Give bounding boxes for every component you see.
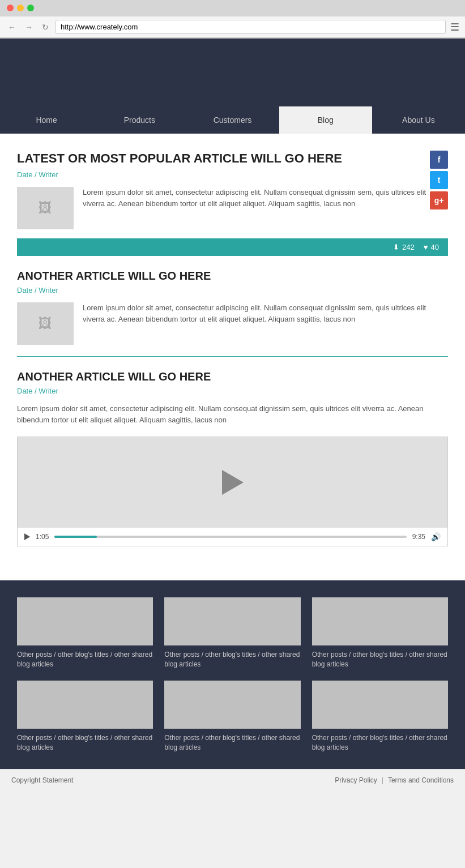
back-button[interactable]: ← (6, 22, 18, 33)
post-thumb-6 (312, 681, 448, 729)
article-2-text: Lorem ipsum dolor sit amet, consectetur … (83, 302, 448, 345)
nav-item-customers[interactable]: Customers (186, 106, 279, 134)
article-3-title: ANOTHER ARTICLE WILL GO HERE (17, 370, 448, 383)
video-progress-fill (54, 536, 97, 538)
twitter-button[interactable]: t (430, 171, 448, 189)
volume-icon[interactable]: 🔊 (431, 532, 441, 541)
video-total-time: 9:35 (412, 533, 425, 541)
address-bar[interactable] (56, 20, 446, 34)
window-minimize-dot[interactable] (17, 5, 24, 11)
like-count: 40 (431, 243, 439, 251)
download-icon: ⬇ (393, 243, 399, 251)
stats-bar: ⬇ 242 ♥ 40 (17, 238, 448, 256)
facebook-button[interactable]: f (430, 151, 448, 169)
like-stat: ♥ 40 (424, 243, 439, 251)
article-1-meta[interactable]: Date / Writer (17, 170, 448, 179)
article-3: ANOTHER ARTICLE WILL GO HERE Date / Writ… (17, 357, 448, 558)
footer-links: Privacy Policy | Terms and Conditions (335, 776, 454, 784)
nav-item-about[interactable]: About Us (372, 106, 465, 134)
main-content: f t g+ LATEST OR MOST POPULAR ARTICLE WI… (0, 134, 465, 580)
post-thumb-3 (312, 597, 448, 645)
forward-button[interactable]: → (23, 22, 35, 33)
navigation-bar: Home Products Customers Blog About Us (0, 106, 465, 134)
image-placeholder-icon-2: 🖼 (39, 315, 52, 331)
posts-grid: Other posts / other blog's titles / othe… (17, 597, 448, 752)
post-item-6[interactable]: Other posts / other blog's titles / othe… (312, 681, 448, 752)
post-thumb-4 (17, 681, 153, 729)
post-item-4[interactable]: Other posts / other blog's titles / othe… (17, 681, 153, 752)
browser-titlebar (0, 0, 465, 16)
article-1-body: 🖼 Lorem ipsum dolor sit amet, consectetu… (17, 187, 448, 229)
video-current-time: 1:05 (36, 533, 49, 541)
article-2-title: ANOTHER ARTICLE WILL GO HERE (17, 270, 448, 283)
post-item-2[interactable]: Other posts / other blog's titles / othe… (164, 597, 300, 669)
article-1-image: 🖼 (17, 187, 74, 229)
article-2-image: 🖼 (17, 302, 74, 345)
footer-posts: Other posts / other blog's titles / othe… (0, 580, 465, 769)
video-controls: 1:05 9:35 🔊 (18, 528, 447, 546)
post-item-5[interactable]: Other posts / other blog's titles / othe… (164, 681, 300, 752)
post-label-1: Other posts / other blog's titles / othe… (17, 650, 153, 669)
browser-toolbar: ← → ↻ ☰ (0, 16, 465, 38)
video-screen[interactable] (18, 437, 447, 528)
social-sidebar: f t g+ (430, 151, 448, 209)
copyright-text: Copyright Statement (11, 776, 73, 784)
refresh-button[interactable]: ↻ (40, 22, 51, 33)
article-3-meta[interactable]: Date / Writer (17, 387, 448, 395)
like-icon: ♥ (424, 243, 428, 251)
article-1-title: LATEST OR MOST POPULAR ARTICLE WILL GO H… (17, 151, 448, 167)
post-thumb-2 (164, 597, 300, 645)
hero-banner (0, 39, 465, 106)
nav-item-home[interactable]: Home (0, 106, 93, 134)
image-placeholder-icon: 🖼 (39, 200, 52, 216)
post-label-4: Other posts / other blog's titles / othe… (17, 733, 153, 752)
article-1-text: Lorem ipsum dolor sit amet, consectetur … (83, 187, 448, 229)
post-item-3[interactable]: Other posts / other blog's titles / othe… (312, 597, 448, 669)
video-progress-bar[interactable] (54, 536, 406, 538)
nav-item-products[interactable]: Products (93, 106, 186, 134)
article-3-text: Lorem ipsum dolor sit amet, consectetur … (17, 403, 448, 427)
article-2-meta[interactable]: Date / Writer (17, 286, 448, 294)
nav-item-blog[interactable]: Blog (279, 106, 372, 134)
post-label-5: Other posts / other blog's titles / othe… (164, 733, 300, 752)
window-maximize-dot[interactable] (27, 5, 34, 11)
video-play-button-small[interactable] (24, 533, 30, 540)
article-2: ANOTHER ARTICLE WILL GO HERE Date / Writ… (17, 256, 448, 357)
browser-menu-button[interactable]: ☰ (450, 21, 459, 33)
post-thumb-5 (164, 681, 300, 729)
privacy-policy-link[interactable]: Privacy Policy (335, 776, 377, 784)
download-stat: ⬇ 242 (393, 243, 415, 251)
googleplus-button[interactable]: g+ (430, 191, 448, 209)
terms-link[interactable]: Terms and Conditions (388, 776, 454, 784)
footer-separator: | (382, 776, 383, 784)
site-footer: Copyright Statement Privacy Policy | Ter… (0, 769, 465, 791)
browser-chrome: ← → ↻ ☰ (0, 0, 465, 39)
window-close-dot[interactable] (7, 5, 14, 11)
download-count: 242 (402, 243, 415, 251)
article-1: LATEST OR MOST POPULAR ARTICLE WILL GO H… (17, 151, 448, 229)
article-2-body: 🖼 Lorem ipsum dolor sit amet, consectetu… (17, 302, 448, 345)
post-label-6: Other posts / other blog's titles / othe… (312, 733, 448, 752)
post-thumb-1 (17, 597, 153, 645)
post-label-3: Other posts / other blog's titles / othe… (312, 650, 448, 669)
post-label-2: Other posts / other blog's titles / othe… (164, 650, 300, 669)
video-play-button-large[interactable] (222, 470, 244, 495)
website: Home Products Customers Blog About Us f … (0, 39, 465, 791)
video-player: 1:05 9:35 🔊 (17, 437, 448, 546)
post-item-1[interactable]: Other posts / other blog's titles / othe… (17, 597, 153, 669)
